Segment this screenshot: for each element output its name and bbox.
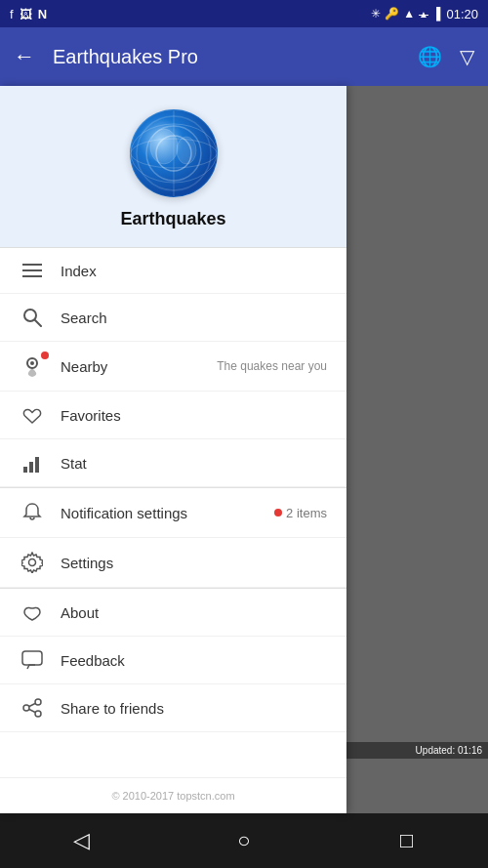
time-display: 01:20: [446, 7, 478, 21]
battery-icon: ▐: [432, 7, 441, 21]
svg-rect-18: [35, 457, 39, 473]
menu-item-share[interactable]: Share to friends: [0, 684, 346, 732]
settings-icon: [20, 552, 45, 573]
menu-item-feedback[interactable]: Feedback: [0, 637, 346, 684]
index-label: Index: [61, 263, 327, 279]
share-label: Share to friends: [61, 700, 327, 717]
nearby-label: Nearby: [61, 358, 211, 375]
nearby-subtitle: The quakes near you: [217, 359, 327, 373]
svg-point-19: [29, 559, 36, 566]
drawer-header: Earthquakes: [0, 86, 346, 248]
signal-x-icon: ▲: [419, 9, 428, 20]
feedback-icon: [20, 650, 45, 670]
svg-point-15: [30, 361, 34, 365]
app-title: Earthquakes Pro: [53, 46, 418, 68]
fb-icon: f: [10, 7, 14, 21]
navigation-drawer: Earthquakes Index Search: [0, 86, 346, 813]
svg-point-23: [35, 711, 41, 717]
search-icon: [20, 308, 45, 327]
menu-item-settings[interactable]: Settings: [0, 538, 346, 588]
globe-button[interactable]: 🌐: [418, 45, 442, 68]
share-icon: [20, 698, 45, 718]
svg-point-21: [35, 699, 41, 705]
menu-item-nearby[interactable]: Nearby The quakes near you: [0, 342, 346, 392]
main-layout: Earthquakes Index Search: [0, 86, 488, 813]
svg-line-25: [29, 710, 35, 713]
svg-rect-16: [23, 467, 27, 473]
bottom-navigation: ◁ ○ □: [0, 813, 488, 868]
notification-settings-label: Notification settings: [61, 505, 270, 521]
nav-home-button[interactable]: ○: [220, 816, 268, 865]
drawer-overlay[interactable]: [346, 86, 488, 813]
nearby-icon: [20, 355, 45, 377]
svg-rect-17: [29, 462, 33, 473]
n-icon: N: [38, 7, 47, 21]
back-button[interactable]: ←: [14, 44, 35, 69]
index-icon: [20, 262, 45, 279]
filter-button[interactable]: ▽: [460, 45, 474, 68]
notification-count: 2 items: [286, 506, 327, 520]
menu-item-index[interactable]: Index: [0, 248, 346, 294]
img-icon: 🖼: [20, 7, 32, 21]
toolbar-actions: 🌐 ▽: [418, 45, 474, 68]
menu-item-notification-settings[interactable]: Notification settings 2 items: [0, 488, 346, 538]
svg-point-22: [23, 705, 29, 711]
stat-label: Stat: [61, 455, 327, 472]
status-icons-right: ✳ 🔑 ▲ ▲ ▐ 01:20: [371, 7, 478, 21]
notification-icon: [20, 502, 45, 523]
menu-item-favorites[interactable]: Favorites: [0, 392, 346, 439]
app-toolbar: ← Earthquakes Pro 🌐 ▽: [0, 27, 488, 86]
svg-line-24: [29, 704, 35, 707]
search-label: Search: [61, 310, 327, 326]
menu-item-about[interactable]: About: [0, 589, 346, 637]
svg-point-12: [24, 310, 36, 321]
menu-item-stat[interactable]: Stat: [0, 439, 346, 487]
feedback-label: Feedback: [61, 652, 327, 669]
favorites-icon: [20, 405, 45, 425]
drawer-menu: Index Search Nearby The quakes near you: [0, 248, 346, 777]
updated-bar: Updated: 01:16: [346, 742, 488, 759]
about-icon: [20, 602, 45, 622]
key-icon: 🔑: [385, 7, 399, 21]
favorites-label: Favorites: [61, 407, 327, 424]
nav-recent-button[interactable]: □: [383, 816, 431, 865]
svg-rect-20: [22, 651, 42, 665]
svg-line-13: [35, 320, 41, 326]
about-label: About: [61, 604, 327, 621]
notification-dot: [274, 509, 282, 517]
drawer-footer: © 2010-2017 topstcn.com: [0, 777, 346, 813]
status-icons-left: f 🖼 N: [10, 7, 47, 21]
drawer-app-name: Earthquakes: [120, 209, 225, 229]
app-globe-icon: [130, 109, 218, 197]
bluetooth-icon: ✳: [371, 7, 381, 21]
stat-icon: [20, 453, 45, 473]
status-bar: f 🖼 N ✳ 🔑 ▲ ▲ ▐ 01:20: [0, 0, 488, 27]
menu-item-search[interactable]: Search: [0, 294, 346, 342]
nav-back-button[interactable]: ◁: [57, 816, 105, 865]
settings-label: Settings: [61, 555, 327, 571]
globe-svg: [130, 109, 218, 197]
signal-icon: ▲: [403, 7, 415, 21]
